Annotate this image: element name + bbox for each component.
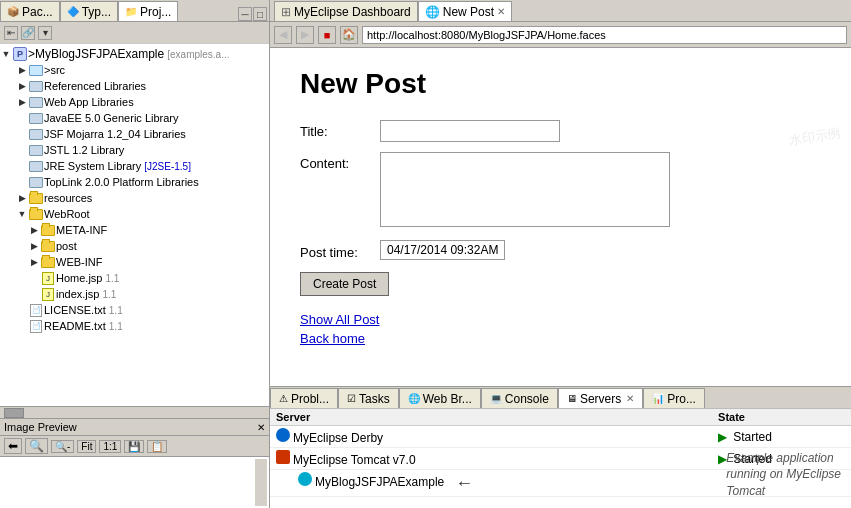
servers-panel: Server State MyEclipse Derby [270,408,851,508]
problems-icon: ⚠ [279,393,288,404]
console-icon: 💻 [490,393,502,404]
prev-img-button[interactable]: ⬅ [4,438,22,454]
folder-icon: 📁 [125,6,137,17]
tree-item-post[interactable]: ▶ post [0,238,269,254]
tab-web-browser[interactable]: 🌐 Web Br... [399,388,481,408]
post-time-label: Post time: [300,241,380,260]
web-browser-icon: 🌐 [408,393,420,404]
page-title: New Post [300,68,821,100]
title-label: Title: [300,120,380,139]
close-tab-button[interactable]: ✕ [497,6,505,17]
tab-project-explorer[interactable]: 📁 Proj... [118,1,178,21]
save-img-button[interactable]: 💾 [124,440,144,453]
forward-button[interactable]: ▶ [296,26,314,44]
tree-root[interactable]: ▼ P >MyBlogJSFJPAExample [examples.a... [0,46,269,62]
zoom-in-button[interactable]: 🔍 [25,438,48,454]
side-note: Example application running on MyEclipse… [726,450,841,500]
form-post-time-row: Post time: 04/17/2014 09:32AM [300,240,821,260]
app-icon [298,472,312,486]
tab-dashboard[interactable]: ⊞ MyEclipse Dashboard [274,1,418,21]
zoom-out-button[interactable]: 🔍- [51,440,74,453]
state-col-header: State [712,409,851,426]
derby-icon [276,428,290,442]
fit-button[interactable]: Fit [77,440,96,453]
home-button[interactable]: 🏠 [340,26,358,44]
started-icon-derby: ▶ [718,430,727,444]
tree-item-meta-inf[interactable]: ▶ META-INF [0,222,269,238]
content-input[interactable] [380,152,670,227]
content-label: Content: [300,152,380,171]
tree-item-index-jsp[interactable]: J index.jsp 1.1 [0,286,269,302]
back-home-link[interactable]: Back home [300,331,821,346]
server-col-header: Server [270,409,712,426]
maximize-button[interactable]: □ [253,7,267,21]
tab-servers[interactable]: 🖥 Servers ✕ [558,388,643,408]
close-preview-button[interactable]: ✕ [257,422,265,433]
tree-item-toplink[interactable]: TopLink 2.0.0 Platform Libraries [0,174,269,190]
tree-item-web-app-libraries[interactable]: ▶ Web App Libraries [0,94,269,110]
tab-type-hierarchy[interactable]: 🔷 Typ... [60,1,118,21]
tasks-icon: ☑ [347,393,356,404]
project-tree: ▼ P >MyBlogJSFJPAExample [examples.a... … [0,44,269,406]
tab-pro[interactable]: 📊 Pro... [643,388,705,408]
view-menu-button[interactable]: ▾ [38,26,52,40]
tree-toggle-root[interactable]: ▼ [0,49,12,59]
tree-item-jsf[interactable]: JSF Mojarra 1.2_04 Libraries [0,126,269,142]
image-preview-title: Image Preview [4,421,77,433]
collapse-all-button[interactable]: ⇤ [4,26,18,40]
tab-console[interactable]: 💻 Console [481,388,558,408]
link-editor-button[interactable]: 🔗 [21,26,35,40]
dashboard-icon: ⊞ [281,5,291,19]
title-input[interactable] [380,120,560,142]
package-icon: 📦 [7,6,19,17]
tab-package-explorer[interactable]: 📦 Pac... [0,1,60,21]
tree-item-webroot[interactable]: ▼ WebRoot [0,206,269,222]
actual-size-button[interactable]: 1:1 [99,440,121,453]
preview-scrollbar[interactable] [255,459,267,506]
bottom-tabs: ⚠ Probl... ☑ Tasks 🌐 Web Br... 💻 Console… [270,386,851,408]
table-row: MyEclipse Derby ▶ Started [270,426,851,448]
tree-item-src[interactable]: ▶ >src [0,62,269,78]
browser-content: 水印示例 New Post Title: Content: Post time:… [270,48,851,386]
form-content-row: Content: [300,152,821,230]
browser-toolbar: ◀ ▶ ■ 🏠 [270,22,851,48]
hierarchy-icon: 🔷 [67,6,79,17]
servers-icon: 🖥 [567,393,577,404]
tree-item-referenced-libraries[interactable]: ▶ Referenced Libraries [0,78,269,94]
minimize-button[interactable]: ─ [238,7,252,21]
form-title-row: Title: [300,120,821,142]
stop-button[interactable]: ■ [318,26,336,44]
project-root-icon: P [12,47,28,61]
image-preview-panel: Image Preview ✕ ⬅ 🔍 🔍- Fit 1:1 💾 📋 [0,418,269,508]
tree-item-jre[interactable]: JRE System Library [J2SE-1.5] [0,158,269,174]
copy-img-button[interactable]: 📋 [147,440,167,453]
tree-item-home-jsp[interactable]: J Home.jsp 1.1 [0,270,269,286]
close-servers-tab-button[interactable]: ✕ [626,393,634,404]
arrow-indicator: ← [455,473,473,493]
tomcat-icon [276,450,290,464]
post-time-value: 04/17/2014 09:32AM [380,240,505,260]
tree-item-jstl[interactable]: JSTL 1.2 Library [0,142,269,158]
back-button[interactable]: ◀ [274,26,292,44]
tree-item-resources[interactable]: ▶ resources [0,190,269,206]
pro-icon: 📊 [652,393,664,404]
tree-item-readme[interactable]: 📄 README.txt 1.1 [0,318,269,334]
globe-icon: 🌐 [425,5,440,19]
show-all-post-link[interactable]: Show All Post [300,312,821,327]
create-post-button[interactable]: Create Post [300,272,389,296]
tree-item-javaee[interactable]: JavaEE 5.0 Generic Library [0,110,269,126]
url-bar[interactable] [362,26,847,44]
tree-item-web-inf[interactable]: ▶ WEB-INF [0,254,269,270]
tab-problems[interactable]: ⚠ Probl... [270,388,338,408]
tree-item-license[interactable]: 📄 LICENSE.txt 1.1 [0,302,269,318]
tab-new-post[interactable]: 🌐 New Post ✕ [418,1,512,21]
tab-tasks[interactable]: ☑ Tasks [338,388,399,408]
